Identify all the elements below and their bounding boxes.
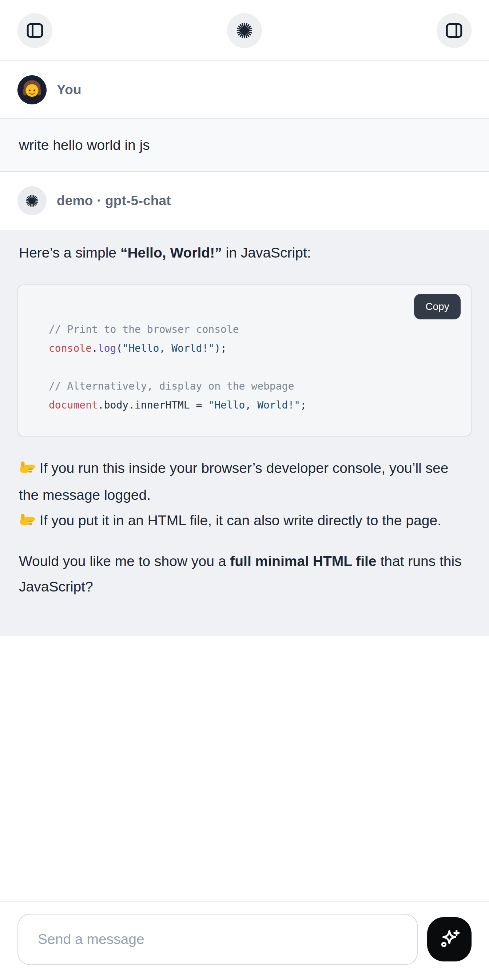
new-chat-spark-button[interactable] bbox=[227, 13, 262, 48]
panel-right-icon bbox=[444, 21, 464, 40]
code-block: Copy // Print to the browser console con… bbox=[18, 285, 471, 436]
user-message-header: You bbox=[0, 61, 489, 118]
assistant-sender-label: demo · gpt-5-chat bbox=[57, 193, 171, 208]
point-right-emoji bbox=[19, 509, 36, 535]
javascript-code: // Print to the browser console console.… bbox=[49, 323, 306, 411]
assistant-tips-paragraph: If you run this inside your browser’s de… bbox=[18, 455, 471, 535]
chat-app: You write hello world in js bbox=[0, 0, 489, 980]
message-input[interactable] bbox=[18, 914, 418, 965]
message-composer bbox=[0, 901, 489, 980]
assistant-message-header: demo · gpt-5-chat bbox=[0, 172, 489, 230]
user-message-bubble: write hello world in js bbox=[0, 118, 489, 172]
assistant-message-bubble: Here’s a simple “Hello, World!” in JavaS… bbox=[0, 230, 489, 636]
chat-scroll-area[interactable] bbox=[0, 636, 489, 901]
spark-icon bbox=[235, 21, 254, 40]
user-sender-label: You bbox=[57, 82, 81, 97]
right-panel-toggle-button[interactable] bbox=[436, 13, 471, 48]
sidebar-toggle-button[interactable] bbox=[18, 13, 53, 48]
copy-code-button[interactable]: Copy bbox=[414, 294, 460, 320]
assistant-avatar bbox=[18, 186, 46, 215]
point-right-emoji bbox=[19, 457, 36, 482]
code-content: // Print to the browser console console.… bbox=[18, 285, 471, 436]
top-bar bbox=[0, 0, 489, 61]
assistant-followup-paragraph: Would you like me to show you a full min… bbox=[18, 549, 471, 600]
user-message-text: write hello world in js bbox=[19, 132, 150, 158]
sparkle-icon bbox=[436, 926, 462, 952]
spark-icon bbox=[24, 193, 40, 208]
assistant-intro-paragraph: Here’s a simple “Hello, World!” in JavaS… bbox=[18, 240, 471, 266]
person-emoji-icon bbox=[18, 75, 46, 104]
send-message-button[interactable] bbox=[427, 917, 471, 961]
panel-left-icon bbox=[25, 21, 45, 40]
user-avatar bbox=[18, 75, 46, 104]
